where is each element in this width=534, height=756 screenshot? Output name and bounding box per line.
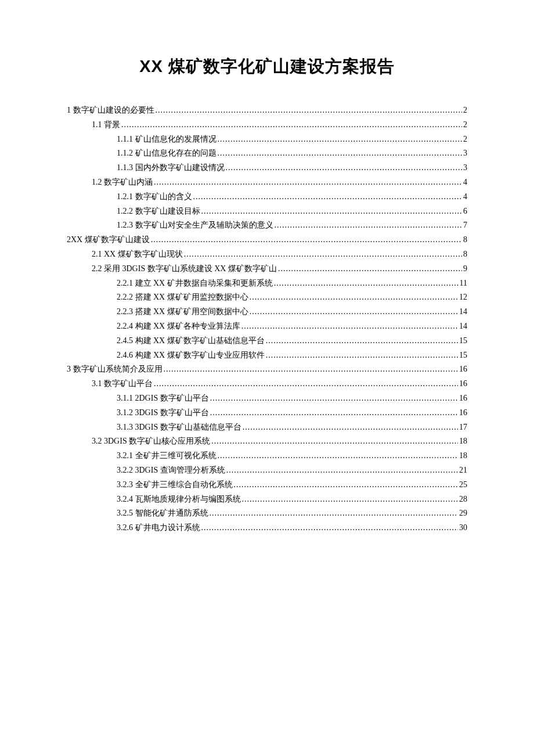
toc-entry[interactable]: 3.2.4 瓦斯地质规律分析与编图系统28 (67, 495, 467, 503)
toc-entry[interactable]: 1.2.3 数字矿山对安全生产及辅助决策的意义7 (67, 221, 467, 229)
table-of-contents: 1 数字矿山建设的必要性21.1 背景21.1.1 矿山信息化的发展情况21.1… (67, 106, 467, 532)
toc-leader-dots (250, 308, 458, 316)
toc-label: 1.1.3 国内外数字矿山建设情况 (117, 164, 225, 172)
toc-entry[interactable]: 2.2.3 搭建 XX 煤矿矿用空间数据中心14 (67, 308, 467, 316)
toc-entry[interactable]: 2.4.6 构建 XX 煤矿数字矿山专业应用软件15 (67, 351, 467, 359)
toc-leader-dots (210, 509, 459, 517)
toc-entry[interactable]: 3.2.2 3DGIS 查询管理分析系统 21 (67, 466, 467, 474)
toc-entry[interactable]: 3.2.3 全矿井三维综合自动化系统25 (67, 481, 467, 489)
toc-label: 2.4.5 构建 XX 煤矿数字矿山基础信息平台 (117, 337, 265, 345)
toc-page-number: 12 (459, 293, 467, 301)
toc-label: 3.2.2 3DGIS 查询管理分析系统 (117, 466, 225, 474)
toc-page-number: 6 (463, 207, 467, 215)
toc-entry[interactable]: 3.2.5 智能化矿井通防系统29 (67, 509, 467, 517)
toc-entry[interactable]: 1.1 背景2 (67, 121, 467, 129)
toc-page-number: 21 (459, 466, 467, 474)
toc-leader-dots (278, 265, 462, 273)
toc-entry[interactable]: 1.1.3 国内外数字矿山建设情况3 (67, 164, 467, 172)
toc-entry[interactable]: 2.2 采用 3DGIS 数字矿山系统建设 XX 煤矿数字矿山 9 (67, 265, 467, 273)
toc-page-number: 18 (459, 437, 467, 445)
toc-leader-dots (242, 495, 459, 503)
toc-leader-dots (250, 293, 458, 301)
toc-page-number: 30 (459, 524, 467, 532)
toc-page-number: 16 (459, 394, 467, 402)
toc-leader-dots (266, 337, 458, 345)
toc-label: 3.1.3 3DGIS 数字矿山基础信息平台 (117, 423, 241, 431)
toc-leader-dots (274, 279, 459, 287)
toc-page-number: 2 (463, 121, 467, 129)
toc-entry[interactable]: 2.2.1 建立 XX 矿井数据自动采集和更新系统11 (67, 279, 467, 287)
toc-leader-dots (226, 164, 463, 172)
toc-entry[interactable]: 1 数字矿山建设的必要性2 (67, 106, 467, 114)
toc-leader-dots (154, 178, 462, 186)
toc-leader-dots (201, 524, 459, 532)
toc-leader-dots (275, 221, 463, 229)
toc-label: 3.2.3 全矿井三维综合自动化系统 (117, 481, 233, 489)
toc-entry[interactable]: 1.1.2 矿山信息化存在的问题3 (67, 149, 467, 157)
toc-leader-dots (218, 452, 459, 460)
toc-entry[interactable]: 3.2.6 矿井电力设计系统30 (67, 524, 467, 532)
toc-label: 3.2.1 全矿井三维可视化系统 (117, 452, 217, 460)
toc-entry[interactable]: 3.1.3 3DGIS 数字矿山基础信息平台 17 (67, 423, 467, 431)
toc-entry[interactable]: 1.1.1 矿山信息化的发展情况2 (67, 135, 467, 143)
toc-page-number: 15 (459, 337, 467, 345)
toc-page-number: 11 (460, 279, 467, 287)
toc-label: 1.1 背景 (92, 121, 120, 129)
toc-entry[interactable]: 2.4.5 构建 XX 煤矿数字矿山基础信息平台15 (67, 337, 467, 345)
toc-page-number: 25 (459, 481, 467, 489)
toc-page-number: 8 (463, 250, 467, 258)
toc-label: 2.2.2 搭建 XX 煤矿矿用监控数据中心 (117, 293, 248, 301)
toc-leader-dots (234, 481, 459, 489)
toc-label: 2.4.6 构建 XX 煤矿数字矿山专业应用软件 (117, 351, 265, 359)
toc-page-number: 15 (459, 351, 467, 359)
toc-entry[interactable]: 3.2.1 全矿井三维可视化系统18 (67, 452, 467, 460)
toc-page-number: 16 (459, 365, 467, 373)
toc-label: 2.2.3 搭建 XX 煤矿矿用空间数据中心 (117, 308, 248, 316)
toc-entry[interactable]: 1.2.1 数字矿山的含义4 (67, 193, 467, 201)
toc-leader-dots (156, 106, 463, 114)
toc-page-number: 3 (463, 164, 467, 172)
toc-page-number: 3 (463, 149, 467, 157)
toc-page-number: 2 (463, 106, 467, 114)
toc-page-number: 4 (463, 178, 467, 186)
toc-label: 1.2.1 数字矿山的含义 (117, 193, 192, 201)
document-title: XX 煤矿数字化矿山建设方案报告 (67, 55, 467, 78)
toc-leader-dots (164, 365, 459, 373)
toc-label: 3.2 3DGIS 数字矿山核心应用系统 (92, 437, 210, 445)
toc-entry[interactable]: 2XX 煤矿数字矿山建设8 (67, 236, 467, 244)
toc-entry[interactable]: 3 数字矿山系统简介及应用16 (67, 365, 467, 373)
toc-page-number: 2 (463, 135, 467, 143)
toc-entry[interactable]: 2.2.4 构建 XX 煤矿各种专业算法库14 (67, 322, 467, 330)
toc-page-number: 8 (463, 236, 467, 244)
toc-page-number: 28 (459, 495, 467, 503)
toc-leader-dots (201, 207, 463, 215)
toc-entry[interactable]: 3.1 数字矿山平台16 (67, 380, 467, 388)
toc-entry[interactable]: 3.1.1 2DGIS 数字矿山平台 16 (67, 394, 467, 402)
toc-page-number: 7 (463, 221, 467, 229)
toc-label: 3.2.4 瓦斯地质规律分析与编图系统 (117, 495, 241, 503)
toc-entry[interactable]: 1.2.2 数字矿山建设目标6 (67, 207, 467, 215)
toc-label: 1.2 数字矿山内涵 (92, 178, 153, 186)
toc-label: 3.1 数字矿山平台 (92, 380, 153, 388)
toc-entry[interactable]: 2.2.2 搭建 XX 煤矿矿用监控数据中心12 (67, 293, 467, 301)
toc-entry[interactable]: 2.1 XX 煤矿数字矿山现状8 (67, 250, 467, 258)
toc-label: 3 数字矿山系统简介及应用 (67, 365, 163, 373)
toc-label: 2.2.1 建立 XX 矿井数据自动采集和更新系统 (117, 279, 273, 287)
toc-leader-dots (184, 250, 462, 258)
toc-leader-dots (193, 193, 463, 201)
toc-page-number: 14 (459, 322, 467, 330)
toc-label: 1 数字矿山建设的必要性 (67, 106, 154, 114)
toc-leader-dots (241, 322, 458, 330)
toc-label: 2.2.4 构建 XX 煤矿各种专业算法库 (117, 322, 240, 330)
toc-entry[interactable]: 3.2 3DGIS 数字矿山核心应用系统 18 (67, 437, 467, 445)
toc-page-number: 16 (459, 409, 467, 417)
toc-page-number: 29 (459, 509, 467, 517)
toc-page-number: 9 (463, 265, 467, 273)
toc-leader-dots (218, 149, 463, 157)
toc-entry[interactable]: 1.2 数字矿山内涵4 (67, 178, 467, 186)
toc-entry[interactable]: 3.1.2 3DGIS 数字矿山平台 16 (67, 409, 467, 417)
toc-page-number: 14 (459, 308, 467, 316)
toc-label: 3.1.2 3DGIS 数字矿山平台 (117, 409, 209, 417)
toc-leader-dots (151, 236, 462, 244)
toc-page-number: 18 (459, 452, 467, 460)
